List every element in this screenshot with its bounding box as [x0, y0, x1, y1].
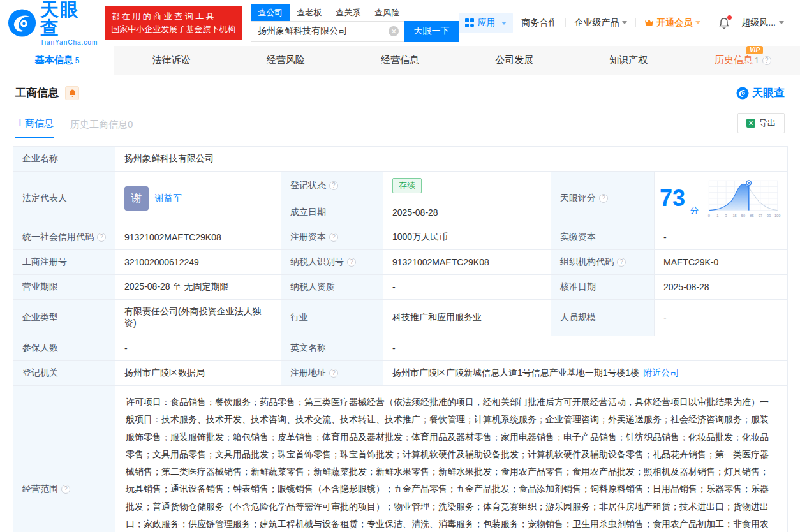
search-tab-relation[interactable]: 查关系 — [329, 4, 367, 21]
company-section-tabs: 基本信息5 法律诉讼 经营风险 经营信息 公司发展 知识产权 历史信息VIP 1… — [0, 46, 800, 75]
table-row: 参保人数 - 英文名称 - — [13, 336, 788, 361]
help-icon[interactable]: ? — [97, 233, 106, 242]
export-button[interactable]: X 导出 — [737, 113, 785, 133]
svg-text:50: 50 — [741, 213, 745, 217]
approval-date-value: 2025-08-28 — [655, 275, 788, 300]
field-label: 天眼评分? — [551, 172, 655, 225]
field-label: 核准日期 — [551, 275, 655, 300]
tianyancha-logo-icon — [736, 87, 749, 100]
apps-label: 应用 — [477, 17, 495, 29]
table-row: 工商注册号 321002000612249 纳税人识别号? 91321002MA… — [13, 250, 788, 275]
avatar[interactable]: 谢 — [124, 186, 149, 211]
help-icon[interactable]: ? — [329, 233, 338, 242]
legal-rep-link[interactable]: 谢益军 — [155, 193, 182, 204]
table-row: 法定代表人 谢 谢益军 登记状态? 存续 天眼评分? 73 分 — [13, 172, 788, 200]
reg-address-value: 扬州市广陵区广陵新城信息大道1号信息产业基地一期1号楼1楼 — [392, 367, 639, 378]
monitor-bell-button[interactable] — [65, 86, 79, 100]
field-label: 营业期限 — [13, 275, 115, 300]
content: 工商信息 天眼查 工商信息 历史工商信息0 X 导出 — [0, 75, 800, 532]
tab-history-info[interactable]: 历史信息VIP 1 ? — [686, 46, 800, 75]
table-row: 统一社会信用代码? 91321002MAETC29K08 注册资本? 1000万… — [13, 225, 788, 250]
business-scope-value: 许可项目：食品销售；餐饮服务；药品零售；第三类医疗器械经营（依法须经批准的项目，… — [126, 394, 777, 532]
business-term-value: 2025-08-28 至 无固定期限 — [115, 275, 281, 300]
help-icon[interactable]: ? — [599, 194, 608, 203]
english-name-value: - — [383, 336, 788, 361]
svg-text:99: 99 — [767, 213, 771, 217]
notification-dot — [727, 15, 732, 20]
field-label: 注册地址? — [281, 361, 383, 386]
divider — [565, 18, 566, 27]
legal-rep-cell: 谢 谢益军 — [115, 172, 281, 225]
slogan-line1: 都在用的商业查询工具 — [111, 10, 235, 23]
field-label: 经营范围? — [13, 386, 115, 532]
reg-authority-value: 扬州市广陵区数据局 — [115, 361, 281, 386]
help-icon[interactable]: ? — [762, 56, 771, 65]
tab-basic-info[interactable]: 基本信息5 — [0, 46, 114, 75]
reg-no-value: 321002000612249 — [115, 250, 281, 275]
field-label: 企业类型 — [13, 300, 115, 336]
subtab-history-registration[interactable]: 历史工商信息0 — [70, 119, 133, 138]
help-icon[interactable]: ? — [347, 258, 356, 267]
tab-legal-litigation[interactable]: 法律诉讼 — [114, 46, 228, 75]
search-input[interactable] — [251, 26, 404, 36]
subtab-business-registration[interactable]: 工商信息 — [15, 117, 54, 138]
status-badge: 存续 — [392, 178, 422, 193]
taxpayer-quality-value: - — [383, 275, 551, 300]
field-label: 登记状态? — [281, 172, 383, 200]
field-label: 注册资本? — [281, 225, 383, 250]
apps-menu[interactable]: 应用 — [459, 13, 513, 33]
help-icon[interactable]: ? — [329, 369, 338, 378]
divider — [635, 18, 636, 27]
chevron-down-icon — [501, 22, 507, 25]
help-icon[interactable]: ? — [329, 181, 338, 190]
svg-text:1: 1 — [716, 213, 718, 217]
reg-capital-value: 1000万人民币 — [383, 225, 551, 250]
field-label: 纳税人识别号? — [281, 250, 383, 275]
score-distribution-chart: 0131550859799100 — [705, 178, 781, 219]
nearby-companies-link[interactable]: 附近公司 — [643, 367, 679, 378]
field-label: 行业 — [281, 300, 383, 336]
field-label: 组织机构代码? — [551, 250, 655, 275]
field-label: 纳税人资质 — [281, 275, 383, 300]
search-tab-boss[interactable]: 查老板 — [290, 4, 329, 21]
vip-badge: VIP — [746, 46, 763, 54]
tab-operation-risk[interactable]: 经营风险 — [228, 46, 343, 75]
tianyancha-logo-icon — [8, 8, 36, 38]
tab-business-info[interactable]: 经营信息 — [343, 46, 457, 75]
credit-code-value: 91321002MAETC29K08 — [115, 225, 281, 250]
search-tab-risk[interactable]: 查风险 — [367, 4, 406, 21]
score-value: 73 — [660, 187, 685, 210]
nav-cooperation[interactable]: 商务合作 — [521, 17, 557, 29]
company-type-value: 有限责任公司(外商投资企业法人独资) — [115, 300, 281, 336]
notifications-bell[interactable] — [718, 17, 730, 29]
industry-value: 科技推广和应用服务业 — [383, 300, 551, 336]
crown-icon — [644, 18, 654, 27]
apps-grid-icon — [465, 18, 474, 27]
field-label: 人员规模 — [551, 300, 655, 336]
table-row: 企业名称 扬州象鲜科技有限公司 — [13, 147, 788, 172]
search-tab-company[interactable]: 查公司 — [251, 4, 290, 21]
svg-text:0: 0 — [708, 213, 710, 217]
divider — [709, 18, 709, 27]
chevron-down-icon — [779, 21, 784, 24]
field-label: 英文名称 — [281, 336, 383, 361]
help-icon[interactable]: ? — [61, 485, 70, 494]
help-icon[interactable]: ? — [617, 258, 626, 267]
search-area: 查公司 查老板 查关系 查风险 ✕ 天眼一下 — [251, 4, 459, 42]
field-label: 实缴资本 — [551, 225, 655, 250]
nav-open-vip[interactable]: 开通会员 — [644, 17, 700, 29]
tab-intellectual-property[interactable]: 知识产权 — [572, 46, 686, 75]
search-button[interactable]: 天眼一下 — [404, 21, 459, 42]
tianyancha-logo[interactable]: 天眼查 TianYanCha.com — [8, 1, 98, 46]
tab-company-development[interactable]: 公司发展 — [457, 46, 572, 75]
table-row: 营业期限 2025-08-28 至 无固定期限 纳税人资质 - 核准日期 202… — [13, 275, 788, 300]
nav-super-risk[interactable]: 超级风... — [741, 17, 784, 29]
org-code-value: MAETC29K-0 — [655, 250, 788, 275]
chevron-down-icon — [622, 21, 627, 24]
field-label: 参保人数 — [13, 336, 115, 361]
logo-domain-text: TianYanCha.com — [40, 39, 98, 46]
field-label: 成立日期 — [281, 200, 383, 225]
section-title: 工商信息 — [15, 85, 59, 100]
nav-enterprise-product[interactable]: 企业级产品 — [574, 17, 627, 29]
company-name-value: 扬州象鲜科技有限公司 — [115, 147, 788, 172]
